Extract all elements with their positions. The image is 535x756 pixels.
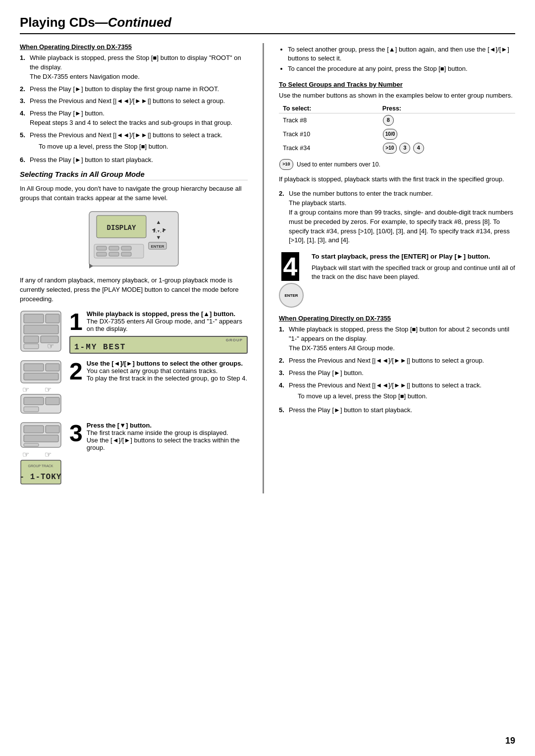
section2-note: If any of random playback, memory playba…: [20, 276, 248, 304]
select-note: Used to enter numbers over 10.: [297, 161, 380, 168]
col-select: To select:: [279, 104, 378, 113]
svg-rect-28: [46, 364, 59, 371]
two-col-layout: When Operating Directly on DX-7355 1. Wh…: [20, 43, 515, 493]
step1-number: 1: [69, 310, 83, 334]
step-1-3: 3. Press the Previous and Next [|◄◄]/[►►…: [20, 97, 248, 106]
svg-text:ENTER: ENTER: [151, 244, 164, 249]
track-8-press: 8: [378, 113, 515, 128]
svg-rect-27: [24, 364, 44, 371]
svg-rect-19: [24, 314, 44, 323]
bullet-1: To select another group, press the [▲] b…: [288, 45, 515, 63]
rs2-step-5: 5. Press the Play [►] button to start pl…: [279, 406, 515, 415]
track-10-press: 10/0: [378, 127, 515, 141]
svg-rect-12: [109, 246, 119, 250]
allgroup-step-1: ☞ 1 While playback is stopped, press the…: [20, 310, 248, 354]
top-bullets: To select another group, press the [▲] b…: [279, 45, 515, 74]
step4-content: To start playback, press the [ENTER] or …: [312, 252, 515, 281]
svg-text:GROUP   TRACK: GROUP TRACK: [28, 464, 53, 468]
step-1-5: 5. Press the Previous and Next [|◄◄]/[►►…: [20, 131, 248, 153]
svg-text:▲: ▲: [156, 219, 161, 225]
allgroup-step-2: ☞ ☞ 2 Use the [◄]/[►] buttons to select …: [20, 360, 248, 416]
step1-body: The DX-7355 enters All Group mode, and "…: [87, 318, 242, 332]
lcd-display-1: GROUP 1-MY BEST: [69, 336, 248, 354]
rs2-step-2: 2. Press the Previous and Next [|◄◄]/[►►…: [279, 356, 515, 366]
rs2-step-3: 3. Press the Play [►] button.: [279, 369, 515, 378]
step3-number: 3: [69, 422, 83, 445]
step-4-block: 4 ENTER To start playback, press the [EN…: [279, 252, 515, 308]
svg-rect-35: [24, 407, 39, 412]
svg-rect-29: [24, 373, 58, 380]
svg-rect-15: [109, 252, 119, 256]
track-8-row: Track #8 8: [279, 113, 515, 128]
step3-body: The first track name inside the group is…: [87, 429, 240, 451]
svg-rect-13: [121, 246, 131, 250]
select-table: To select: Press: Track #8 8: [279, 104, 515, 155]
svg-rect-37: [24, 426, 44, 433]
svg-rect-11: [97, 246, 107, 250]
section-direct-operation: When Operating Directly on DX-7355 1. Wh…: [20, 43, 248, 165]
step1-device-svg: ☞: [20, 310, 62, 352]
btn-gt10: >10: [383, 143, 397, 154]
section2-heading: Selecting Tracks in All Group Mode: [20, 170, 248, 180]
track-10-label: Track #10: [279, 127, 378, 141]
btn-10-0: 10/0: [383, 129, 397, 140]
select-body: If playback is stopped, playback starts …: [279, 175, 515, 184]
section-direct-op-right-heading: When Operating Directly on DX-7355: [279, 315, 515, 322]
svg-rect-20: [46, 314, 59, 323]
step-1-1: 1. While playback is stopped, press the …: [20, 54, 248, 82]
svg-rect-21: [24, 325, 58, 334]
left-column: When Operating Directly on DX-7355 1. Wh…: [20, 43, 248, 493]
step3-img: ☞ ☞ GROUP TRACK 2- 1-TOKYO: [20, 422, 64, 487]
svg-text:☞: ☞: [22, 450, 29, 459]
step4-heading: To start playback, press the [ENTER] or …: [312, 252, 515, 262]
select-groups-tracks-section: To Select Groups and Tracks by Number Us…: [279, 81, 515, 246]
right-step2-list: 2. Use the number buttons to enter the t…: [279, 189, 515, 245]
svg-text:▼: ▼: [156, 234, 161, 240]
svg-rect-38: [46, 426, 59, 433]
step2-text: 2 Use the [◄]/[►] buttons to select the …: [69, 360, 248, 416]
section-direct-op-right: When Operating Directly on DX-7355 1. Wh…: [279, 315, 515, 415]
section1-heading: When Operating Directly on DX-7355: [20, 43, 248, 51]
step3-heading: Press the [▼] button. The first track na…: [69, 422, 248, 451]
svg-rect-14: [97, 252, 107, 256]
step4-body: Playback will start with the specified t…: [312, 264, 515, 281]
right-column: To select another group, press the [▲] b…: [263, 43, 515, 493]
svg-text:☞: ☞: [45, 450, 52, 459]
device-illustration-allgroup: DISPLAY ▲ ◄ ► ▼ ▲,▼,◄ ENTER: [20, 207, 248, 271]
right-step-2: 2. Use the number buttons to enter the t…: [279, 189, 515, 245]
select-intro: Use the number buttons as shown in the e…: [279, 91, 515, 101]
btn-gt10-note: >10: [279, 159, 293, 170]
step-1-5-bullet: To move up a level, press the Stop [■] b…: [39, 142, 248, 151]
rs2-step-4: 4. Press the Previous and Next [|◄◄]/[►►…: [279, 381, 515, 403]
svg-text:▲,▼,◄: ▲,▼,◄: [153, 229, 165, 233]
step3-device-svg: ☞ ☞ GROUP TRACK 2- 1-TOKYO: [20, 422, 62, 486]
svg-rect-16: [121, 252, 131, 256]
page-container: Playing CDs—Continued When Operating Dir…: [0, 0, 535, 756]
step-1-2: 2. Press the Play [►] button to display …: [20, 85, 248, 94]
select-note-row: >10 Used to enter numbers over 10.: [279, 159, 515, 170]
step2-body: You can select any group that contains t…: [87, 367, 247, 382]
select-table-header: To select: Press:: [279, 104, 515, 113]
track-8-label: Track #8: [279, 113, 378, 128]
svg-rect-34: [46, 397, 59, 405]
svg-rect-24: [24, 344, 39, 349]
svg-rect-22: [24, 336, 39, 343]
lcd-text-1: 1-MY BEST: [74, 343, 243, 352]
svg-text:2- 1-TOKYO: 2- 1-TOKYO: [20, 473, 62, 482]
track-34-press: >10 3 4: [378, 141, 515, 155]
step2-heading: Use the [◄]/[►] buttons to select the ot…: [69, 360, 248, 382]
right-section2-steps: 1. While playback is stopped, press the …: [279, 325, 515, 415]
step-1-4: 4. Press the Play [►] button.Repeat step…: [20, 109, 248, 128]
rs2-step-1: 1. While playback is stopped, press the …: [279, 325, 515, 353]
step2-device-svg: ☞ ☞: [20, 360, 62, 414]
enter-button: ENTER: [279, 283, 304, 308]
section-all-group-mode: Selecting Tracks in All Group Mode In Al…: [20, 170, 248, 487]
page-number: 19: [505, 736, 515, 746]
track-34-label: Track #34: [279, 141, 378, 155]
svg-rect-39: [24, 435, 58, 442]
step4-left: 4 ENTER: [279, 252, 304, 308]
allgroup-step-3: ☞ ☞ GROUP TRACK 2- 1-TOKYO 3 Press the […: [20, 422, 248, 487]
svg-text:☞: ☞: [45, 385, 52, 394]
step3-text: 3 Press the [▼] button. The first track …: [69, 422, 248, 487]
select-heading: To Select Groups and Tracks by Number: [279, 81, 515, 88]
